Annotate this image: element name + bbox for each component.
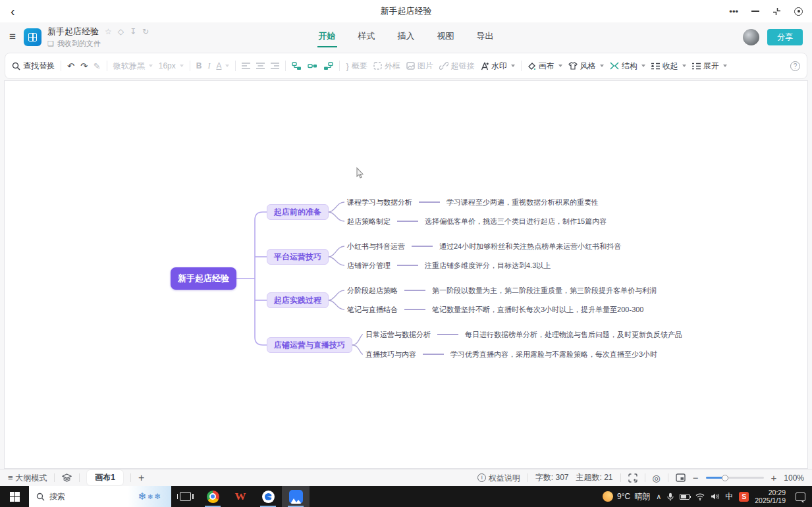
insert-parent-topic-button[interactable] bbox=[323, 62, 333, 70]
add-canvas-button[interactable]: + bbox=[138, 473, 144, 483]
expand-button[interactable]: 展开 bbox=[692, 61, 727, 72]
zoom-in-button[interactable]: + bbox=[771, 473, 777, 483]
browser-app-button[interactable] bbox=[254, 486, 282, 507]
layers-button[interactable] bbox=[62, 473, 72, 482]
tag-icon[interactable]: ◇ bbox=[118, 28, 124, 36]
help-button[interactable]: ? bbox=[790, 61, 800, 71]
image-button[interactable]: 图片 bbox=[406, 61, 433, 72]
volume-icon[interactable] bbox=[711, 493, 719, 500]
download-icon[interactable]: ↧ bbox=[130, 28, 136, 36]
insert-sibling-topic-button[interactable] bbox=[292, 62, 302, 70]
zoom-out-button[interactable]: − bbox=[693, 473, 699, 483]
hidden-icons-chevron[interactable]: ∧ bbox=[656, 493, 661, 501]
align-left-button[interactable] bbox=[242, 63, 250, 70]
zoom-slider-knob[interactable] bbox=[722, 475, 728, 481]
locate-center-button[interactable]: ◎ bbox=[653, 473, 661, 483]
find-replace-button[interactable]: 查找替换 bbox=[12, 61, 55, 72]
tab-style[interactable]: 样式 bbox=[357, 26, 377, 47]
style-button[interactable]: 风格 bbox=[568, 61, 604, 72]
structure-button[interactable]: 结构 bbox=[610, 61, 645, 72]
sync-icon[interactable]: ↻ bbox=[142, 28, 149, 36]
start-button[interactable] bbox=[0, 486, 29, 507]
star-icon[interactable]: ☆ bbox=[105, 28, 112, 36]
sogou-input-icon[interactable]: S bbox=[739, 492, 749, 502]
fit-screen-button[interactable] bbox=[628, 473, 637, 483]
canvas-button[interactable]: 画布 bbox=[528, 61, 562, 72]
branch-topic[interactable]: 起店实践过程 bbox=[267, 292, 329, 308]
font-family-select[interactable]: 微软雅黑 bbox=[113, 61, 153, 72]
more-button[interactable]: ••• bbox=[729, 7, 738, 16]
rights-info-button[interactable]: i 权益说明 bbox=[477, 473, 520, 482]
frame-button[interactable]: 外框 bbox=[373, 61, 400, 72]
branch-topic[interactable]: 起店前的准备 bbox=[267, 204, 329, 220]
canvas-tab[interactable]: 画布1 bbox=[87, 470, 123, 485]
subtopic-label[interactable]: 笔记与直播结合 bbox=[347, 305, 398, 315]
outline-mode-button[interactable]: ≡ 大纲模式 bbox=[8, 473, 47, 482]
watermark-button[interactable]: 水印 bbox=[481, 61, 515, 72]
insert-child-topic-button[interactable] bbox=[308, 62, 317, 70]
chrome-app-button[interactable] bbox=[199, 486, 227, 507]
bold-button[interactable]: B bbox=[196, 61, 202, 70]
tab-insert[interactable]: 插入 bbox=[396, 26, 416, 47]
subtopic-label[interactable]: 直播技巧与内容 bbox=[365, 350, 416, 360]
task-view-button[interactable] bbox=[171, 486, 199, 507]
tab-home[interactable]: 开始 bbox=[317, 26, 337, 47]
subtopic-detail[interactable]: 笔记数量坚持不断，直播时长每次3小时以上，提升单量至200-300 bbox=[432, 305, 644, 315]
tab-view[interactable]: 视图 bbox=[436, 26, 456, 47]
topic-count: 主题数: 21 bbox=[576, 472, 613, 483]
subtopic-label[interactable]: 课程学习与数据分析 bbox=[347, 198, 412, 207]
branch-topic[interactable]: 平台运营技巧 bbox=[267, 249, 329, 265]
subtopic-detail[interactable]: 每日进行数据榜单分析，处理物流与售后问题，及时更新负反馈产品 bbox=[465, 330, 682, 340]
central-topic[interactable]: 新手起店经验 bbox=[171, 267, 236, 290]
align-right-button[interactable] bbox=[271, 63, 279, 70]
font-size-select[interactable]: 16px bbox=[159, 61, 184, 70]
summary-button[interactable]: }概要 bbox=[346, 61, 367, 72]
subtopic-label[interactable]: 起店策略制定 bbox=[347, 217, 391, 227]
taskbar-clock[interactable]: 20:29 2025/1/19 bbox=[755, 489, 786, 504]
subtopic-label[interactable]: 小红书与抖音运营 bbox=[347, 242, 405, 252]
ime-indicator[interactable]: 中 bbox=[725, 491, 733, 502]
restore-icon[interactable] bbox=[772, 7, 781, 16]
collapse-button[interactable]: 收起 bbox=[651, 61, 686, 72]
mindmap-app-button[interactable] bbox=[282, 486, 310, 507]
menu-icon[interactable]: ≡ bbox=[9, 30, 16, 43]
app-logo-icon[interactable] bbox=[24, 28, 41, 46]
status-bar: ≡ 大纲模式 画布1 + i 权益说明 字数: 307 主题数: 21 ◎ bbox=[0, 469, 812, 486]
taskbar-search-input[interactable]: 搜索 ❄❄❄ bbox=[29, 486, 171, 507]
minimize-button[interactable] bbox=[751, 11, 759, 12]
battery-icon[interactable] bbox=[680, 494, 690, 500]
subtopic-detail[interactable]: 第一阶段以数量为主，第二阶段注重质量，第三阶段提升客单价与利润 bbox=[432, 286, 657, 296]
subtopic-detail[interactable]: 注重店铺多维度评分，目标达到4.3以上 bbox=[425, 261, 551, 271]
subtopic-label[interactable]: 分阶段起店策略 bbox=[347, 286, 398, 296]
branch-topic[interactable]: 店铺运营与直播技巧 bbox=[267, 337, 352, 353]
subtopic-label[interactable]: 店铺评分管理 bbox=[347, 261, 391, 271]
wps-app-button[interactable]: W bbox=[227, 486, 254, 507]
subtopic-detail[interactable]: 选择偏低客单价，挑选三个类目进行起店，制作15篇内容 bbox=[425, 217, 607, 227]
subtopic-label[interactable]: 日常运营与数据分析 bbox=[365, 330, 431, 340]
align-center-button[interactable] bbox=[256, 63, 265, 70]
italic-button[interactable]: I bbox=[207, 61, 210, 71]
tab-export[interactable]: 导出 bbox=[475, 26, 495, 47]
share-button[interactable]: 分享 bbox=[767, 29, 803, 45]
subtopic-detail[interactable]: 通过24小时加够粉丝和关注热点榜单来运营小红书和抖音 bbox=[439, 242, 621, 252]
mindmap-canvas[interactable]: 新手起店经验 起店前的准备 平台运营技巧 起店实践过程 店铺运营与直播技巧 课程… bbox=[4, 80, 808, 469]
search-highlight-snowflakes[interactable]: ❄❄❄ bbox=[128, 486, 171, 507]
target-circle-button[interactable] bbox=[794, 7, 803, 16]
subtopic-detail[interactable]: 学习优秀直播内容，采用露脸与不露脸策略，每次直播至少3小时 bbox=[450, 350, 657, 360]
undo-button[interactable]: ↶ bbox=[67, 62, 74, 70]
folder-name[interactable]: 我收到的文件 bbox=[57, 39, 101, 49]
font-color-button[interactable]: A bbox=[216, 61, 229, 70]
format-painter-button[interactable]: ✎ bbox=[94, 62, 101, 70]
hyperlink-button[interactable]: 超链接 bbox=[439, 61, 475, 72]
document-title[interactable]: 新手起店经验 bbox=[47, 26, 99, 38]
minimap-button[interactable] bbox=[676, 473, 686, 482]
weather-widget[interactable]: 9°C 晴朗 bbox=[603, 491, 650, 502]
notification-center-icon[interactable] bbox=[796, 493, 805, 501]
microphone-tray-icon[interactable] bbox=[667, 493, 674, 501]
zoom-level[interactable]: 100% bbox=[784, 473, 804, 483]
avatar[interactable] bbox=[743, 29, 759, 45]
zoom-slider[interactable] bbox=[706, 477, 764, 479]
subtopic-detail[interactable]: 学习课程至少两遍，重视数据分析积累的重要性 bbox=[447, 198, 599, 207]
wifi-icon[interactable] bbox=[695, 493, 705, 500]
redo-button[interactable]: ↷ bbox=[80, 62, 88, 70]
